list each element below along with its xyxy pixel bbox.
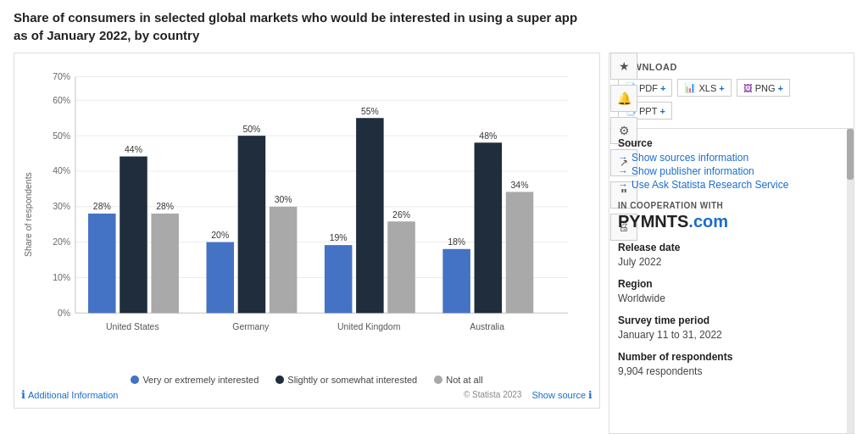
cooperation-label: IN COOPERATION WITH bbox=[618, 201, 845, 210]
show-sources-text: Show sources information bbox=[632, 152, 748, 164]
download-buttons: 📄 PDF + 📊 XLS + 🖼 PNG + bbox=[618, 79, 845, 120]
png-label: PNG bbox=[755, 83, 776, 93]
svg-text:18%: 18% bbox=[448, 237, 465, 247]
svg-text:70%: 70% bbox=[53, 72, 70, 81]
svg-text:Australia: Australia bbox=[470, 322, 504, 331]
statista-credit: © Statista 2023 bbox=[464, 390, 522, 399]
svg-text:40%: 40% bbox=[53, 166, 70, 175]
png-icon: 🖼 bbox=[743, 83, 753, 93]
legend-very-interested: Very or extremely interested bbox=[131, 375, 259, 385]
svg-text:Germany: Germany bbox=[232, 322, 270, 331]
legend-dot-not bbox=[434, 376, 442, 384]
cooperation-brand: PYMNTS.com bbox=[618, 212, 845, 231]
survey-period-value: January 11 to 31, 2022 bbox=[618, 329, 845, 341]
release-date-row: Release date July 2022 bbox=[618, 242, 845, 268]
additional-info-label: Additional Information bbox=[28, 390, 118, 400]
bar-au-slightly bbox=[475, 142, 503, 313]
legend-dot-slightly bbox=[275, 376, 284, 384]
legend-label-slightly: Slightly or somewhat interested bbox=[287, 375, 417, 385]
bar-de-not bbox=[270, 207, 298, 314]
info-section: Source → Show sources information → Show… bbox=[609, 129, 854, 434]
show-publisher-link[interactable]: → Show publisher information bbox=[618, 165, 845, 177]
svg-text:United States: United States bbox=[106, 322, 159, 331]
bar-de-very bbox=[206, 242, 234, 314]
ask-statista-text: Use Ask Statista Research Service bbox=[632, 179, 788, 191]
bar-us-slightly bbox=[120, 157, 147, 314]
content-row: Share of respondents bbox=[14, 53, 854, 434]
ppt-label: PPT bbox=[639, 106, 657, 116]
chart-wrapper: Share of respondents bbox=[21, 62, 593, 370]
bar-chart: Share of respondents bbox=[21, 62, 593, 367]
legend-dot-very bbox=[131, 376, 139, 384]
arrow-right-icon3: → bbox=[618, 179, 628, 191]
release-date-value: July 2022 bbox=[618, 256, 845, 268]
download-xls-btn[interactable]: 📊 XLS + bbox=[677, 79, 731, 97]
source-row: Source → Show sources information → Show… bbox=[618, 137, 845, 191]
legend: Very or extremely interested Slightly or… bbox=[21, 375, 593, 385]
chart-area: Share of respondents bbox=[14, 53, 600, 409]
pdf-plus: + bbox=[660, 83, 665, 93]
region-row: Region Worldwide bbox=[618, 278, 845, 304]
bookmark-icon-btn[interactable]: ★ bbox=[610, 53, 637, 80]
download-section: DOWNLOAD 📄 PDF + 📊 XLS + 🖼 PNG bbox=[609, 53, 854, 129]
cooperation-row: IN COOPERATION WITH PYMNTS.com bbox=[618, 201, 845, 231]
svg-text:48%: 48% bbox=[479, 131, 497, 141]
scrollbar[interactable] bbox=[847, 129, 854, 433]
main-container: Share of consumers in selected global ma… bbox=[0, 0, 868, 434]
svg-text:30%: 30% bbox=[53, 202, 70, 211]
bar-uk-very bbox=[325, 245, 353, 313]
arrow-right-icon: → bbox=[618, 152, 628, 164]
svg-text:20%: 20% bbox=[53, 237, 70, 247]
num-respondents-row: Number of respondents 9,904 respondents bbox=[618, 351, 845, 377]
svg-text:0%: 0% bbox=[58, 309, 70, 318]
legend-not-at-all: Not at all bbox=[434, 375, 482, 385]
bar-us-very bbox=[88, 214, 116, 313]
release-date-label: Release date bbox=[618, 242, 845, 253]
bar-au-not bbox=[506, 192, 534, 313]
bar-uk-not bbox=[387, 221, 415, 313]
svg-text:50%: 50% bbox=[53, 131, 70, 141]
info-icon: ℹ bbox=[21, 388, 25, 401]
pdf-label: PDF bbox=[639, 83, 658, 93]
svg-text:44%: 44% bbox=[125, 145, 142, 154]
svg-text:30%: 30% bbox=[275, 195, 292, 204]
survey-period-row: Survey time period January 11 to 31, 202… bbox=[618, 314, 845, 341]
scrollbar-thumb bbox=[847, 129, 854, 180]
svg-text:28%: 28% bbox=[93, 202, 111, 211]
bar-us-not bbox=[151, 214, 179, 313]
show-sources-link[interactable]: → Show sources information bbox=[618, 152, 845, 164]
ppt-plus: + bbox=[659, 106, 665, 116]
bar-uk-slightly bbox=[356, 118, 384, 313]
bar-au-very bbox=[442, 249, 470, 314]
png-plus: + bbox=[778, 83, 783, 93]
svg-text:50%: 50% bbox=[242, 125, 260, 134]
svg-text:19%: 19% bbox=[330, 233, 348, 242]
xls-label: XLS bbox=[698, 83, 716, 93]
brand-dot: .com bbox=[688, 212, 728, 231]
svg-text:34%: 34% bbox=[511, 181, 529, 190]
alert-icon-btn[interactable]: 🔔 bbox=[610, 85, 637, 112]
download-png-btn[interactable]: 🖼 PNG + bbox=[737, 79, 790, 97]
footer-right: © Statista 2023 Show source ℹ bbox=[464, 389, 593, 401]
xls-plus: + bbox=[719, 83, 724, 93]
show-source-link[interactable]: Show source ℹ bbox=[531, 389, 593, 401]
y-axis-label: Share of respondents bbox=[24, 172, 33, 257]
svg-text:26%: 26% bbox=[392, 210, 410, 220]
svg-text:28%: 28% bbox=[156, 202, 174, 211]
right-panel: DOWNLOAD 📄 PDF + 📊 XLS + 🖼 PNG bbox=[609, 53, 854, 434]
region-label: Region bbox=[618, 278, 845, 290]
additional-info-link[interactable]: ℹ Additional Information bbox=[21, 388, 118, 401]
download-label: DOWNLOAD bbox=[618, 62, 845, 72]
svg-text:20%: 20% bbox=[211, 231, 229, 240]
legend-label-very: Very or extremely interested bbox=[142, 375, 259, 385]
show-source-label: Show source bbox=[531, 390, 586, 400]
num-respondents-value: 9,904 respondents bbox=[618, 365, 845, 377]
num-respondents-label: Number of respondents bbox=[618, 351, 845, 363]
svg-text:55%: 55% bbox=[361, 107, 379, 116]
show-publisher-text: Show publisher information bbox=[632, 165, 754, 177]
arrow-right-icon2: → bbox=[618, 165, 628, 177]
ask-statista-link[interactable]: → Use Ask Statista Research Service bbox=[618, 179, 845, 191]
chart-footer: ℹ Additional Information © Statista 2023… bbox=[21, 388, 593, 401]
source-label: Source bbox=[618, 137, 845, 149]
source-info-icon: ℹ bbox=[588, 389, 593, 401]
